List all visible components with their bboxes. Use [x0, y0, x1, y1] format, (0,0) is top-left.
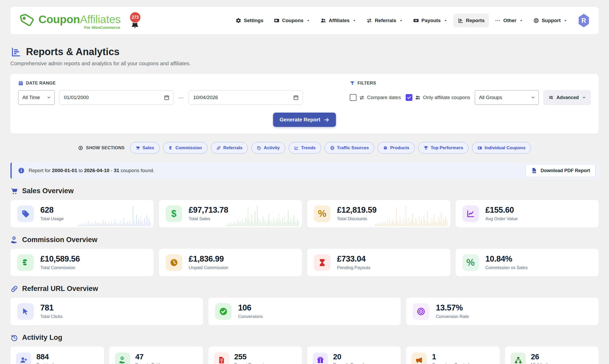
gear-icon: [236, 18, 241, 23]
sales-cards: 628Total Usage $ £97,713.78Total Sales %…: [10, 200, 599, 228]
sparkline: [226, 205, 299, 226]
section-pill-products[interactable]: Products: [378, 142, 415, 154]
nav-item-payouts[interactable]: Payouts: [409, 14, 452, 27]
dollar-icon: $: [166, 205, 182, 222]
stat-label: Unpaid Commission: [189, 265, 228, 270]
stat-label: Conversion Rate: [436, 314, 469, 319]
percent-icon: %: [314, 205, 331, 222]
chevron-down-icon: [444, 19, 447, 22]
check-circle-icon: [215, 303, 232, 320]
advanced-button[interactable]: Advanced: [543, 90, 591, 105]
section-pill-top-performers[interactable]: Top Performers: [418, 142, 469, 154]
brand-name-secondary: Affiliates: [80, 13, 121, 25]
nav-item-referrals[interactable]: Referrals: [362, 14, 407, 27]
section-pill-sales[interactable]: Sales: [130, 142, 159, 154]
show-sections-bar: SHOW SECTIONS Sales Commission Referrals…: [0, 142, 609, 154]
nav-item-support[interactable]: Support: [529, 14, 572, 27]
date-preset-value: All Time: [22, 95, 40, 100]
stat-label: Registrations: [36, 363, 61, 364]
stat-label: Rewards Earned: [333, 363, 364, 364]
stat-label: Total Discounts: [337, 216, 377, 222]
stat-label: Conversions: [238, 314, 263, 319]
date-preset-select[interactable]: All Time: [18, 90, 55, 105]
nav-item-coupons[interactable]: Coupons: [269, 14, 314, 27]
stat-card-payout-requests: $ 255Payout Requests: [208, 347, 302, 364]
filter-card: DATE RANGE All Time 01/01/2000 — 10/04/2…: [10, 74, 599, 134]
stat-label: Total Clicks: [40, 314, 63, 319]
chevron-down-icon: [582, 96, 586, 99]
stat-card-campaigns-created: 1Campaigns Created: [406, 347, 500, 364]
download-pdf-button[interactable]: PDF Download PDF Report: [526, 164, 595, 177]
swap-arrows-icon: [366, 18, 372, 23]
link-icon: [10, 285, 18, 293]
stat-value: 1: [432, 353, 469, 361]
stat-value: £733.04: [337, 255, 371, 263]
nav-item-affiliates[interactable]: Affiliates: [316, 14, 360, 27]
commission-cards: £10,589.56Total Commission £1,836.99Unpa…: [10, 249, 599, 276]
stat-label: Payout Requests: [234, 363, 266, 364]
globe-icon: [330, 146, 335, 150]
stat-value: 255: [234, 353, 266, 361]
referral-overview-heading: Referral URL Overview: [10, 285, 599, 293]
compare-dates-checkbox[interactable]: Compare dates: [350, 94, 401, 101]
stat-card-pending-payouts: £733.04Pending Payouts: [307, 249, 450, 276]
stat-label: Total Sales: [189, 216, 228, 222]
activity-cards: 884Registrations $ 47Payouts Paid $ 255P…: [10, 347, 599, 364]
coins-icon: [17, 254, 34, 271]
groups-value: All Groups: [479, 95, 502, 100]
coupon-card-icon: [274, 18, 280, 23]
only-affiliate-coupons-checkbox[interactable]: Only affiliate coupons: [406, 94, 470, 101]
date-range-label: DATE RANGE: [18, 81, 303, 86]
section-pill-trends[interactable]: Trends: [289, 142, 321, 154]
checkbox-checked[interactable]: [406, 94, 412, 101]
nav-item-reports[interactable]: Reports: [453, 14, 489, 27]
chevron-down-icon: [564, 19, 567, 22]
section-pill-traffic-sources[interactable]: Traffic Sources: [325, 142, 374, 154]
stat-card-total-commission: £10,589.56Total Commission: [10, 249, 154, 276]
arrow-right-icon: [324, 117, 329, 123]
date-separator: —: [178, 94, 184, 101]
stat-value: £12,819.59: [337, 206, 377, 214]
nav-label: Referrals: [375, 18, 396, 23]
nav-label: Other: [503, 18, 516, 23]
section-pill-activity[interactable]: Activity: [251, 142, 285, 154]
page-title: Reports & Analytics: [10, 46, 599, 57]
history-icon: [10, 334, 18, 342]
cart-icon: [135, 146, 140, 150]
stat-card-total-clicks: 781Total Clicks: [10, 298, 203, 325]
nav-label: Affiliates: [329, 18, 349, 23]
chevron-down-icon: [47, 95, 51, 100]
checkbox-unchecked[interactable]: [350, 94, 357, 101]
section-pill-referrals[interactable]: Referrals: [211, 142, 248, 154]
nav-item-settings[interactable]: Settings: [231, 14, 268, 27]
stat-card-avg-order-value: £155.60Avg Order Value: [456, 200, 599, 228]
section-pill-commission[interactable]: Commission: [163, 142, 208, 154]
clock-icon: [166, 254, 182, 271]
target-icon: [413, 303, 429, 320]
calendar-icon: [18, 81, 23, 86]
avatar[interactable]: R: [578, 14, 590, 27]
brand-name: CouponAffiliates For WooCommerce: [38, 11, 121, 25]
stat-card-total-sales: $ £97,713.78Total Sales: [159, 200, 302, 228]
ellipsis-icon: [495, 18, 501, 23]
sparkline: [374, 205, 447, 226]
section-pill-individual-coupons[interactable]: Individual Coupons: [472, 142, 531, 154]
history-icon: [257, 146, 261, 150]
notification-bell[interactable]: 273: [129, 11, 141, 30]
date-from-input[interactable]: 01/01/2000: [59, 90, 174, 105]
stat-value: £97,713.78: [189, 206, 228, 214]
calendar-icon[interactable]: [164, 95, 170, 100]
hand-dollar-icon: $: [115, 353, 130, 364]
nav-item-other[interactable]: Other: [490, 14, 527, 27]
stat-label: Avg Order Value: [485, 216, 518, 222]
users-icon: [415, 95, 420, 100]
date-to-input[interactable]: 10/04/2026: [189, 90, 303, 105]
generate-report-button[interactable]: Generate Report: [273, 113, 336, 127]
svg-text:PDF: PDF: [533, 171, 536, 173]
brand-logo[interactable]: CouponAffiliates For WooCommerce 273: [19, 11, 141, 30]
report-notice-text: Report for 2000-01-01 to 2026-04-10 - 31…: [29, 168, 154, 173]
top-navbar: CouponAffiliates For WooCommerce 273 Set…: [10, 7, 599, 34]
calendar-icon[interactable]: [293, 95, 299, 100]
nav-label: Support: [542, 18, 561, 23]
groups-select[interactable]: All Groups: [475, 90, 539, 105]
